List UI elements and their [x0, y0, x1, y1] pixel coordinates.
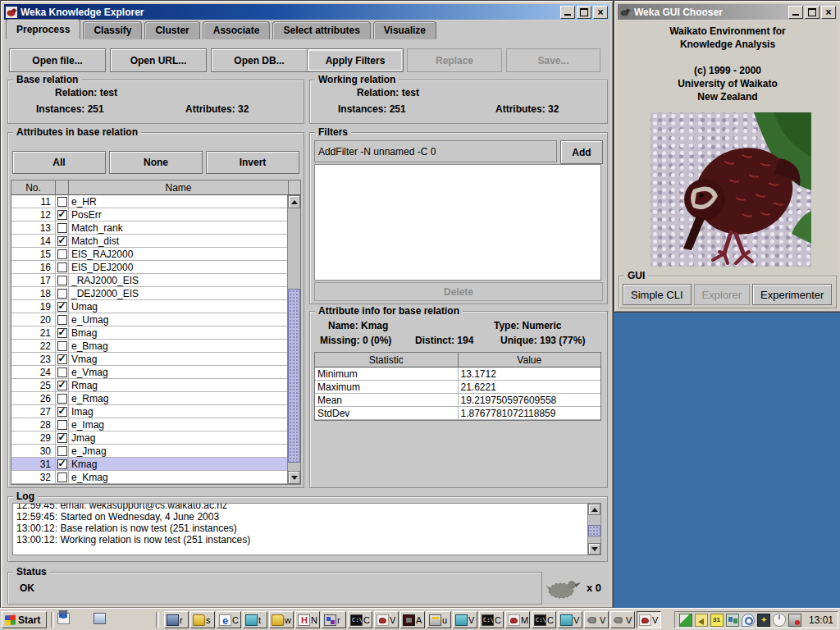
- tab[interactable]: Visualize: [373, 21, 436, 39]
- attribute-row[interactable]: 13 Match_rank: [11, 221, 289, 235]
- attribute-checkbox-cell[interactable]: [56, 326, 69, 339]
- attribute-checkbox[interactable]: [57, 368, 67, 377]
- tab[interactable]: Select attributes: [272, 21, 370, 39]
- task-button[interactable]: r: [164, 611, 189, 628]
- attribute-checkbox-cell[interactable]: [56, 458, 69, 470]
- attribute-row[interactable]: 31 Kmag: [11, 458, 289, 471]
- attribute-checkbox[interactable]: [57, 472, 67, 482]
- attribute-checkbox[interactable]: [57, 223, 67, 233]
- scrollbar-thumb[interactable]: [288, 289, 300, 463]
- column-header-name[interactable]: Name: [69, 180, 289, 194]
- task-button[interactable]: V: [558, 611, 582, 628]
- attribute-checkbox[interactable]: [57, 459, 67, 469]
- select-all-button[interactable]: All: [12, 151, 106, 174]
- attribute-checkbox[interactable]: [57, 315, 67, 325]
- attribute-checkbox[interactable]: [57, 420, 67, 430]
- attribute-checkbox-cell[interactable]: [56, 353, 69, 365]
- attribute-checkbox-cell[interactable]: [56, 418, 69, 431]
- attribute-row[interactable]: 32 e_Kmag: [11, 471, 289, 484]
- attribute-row[interactable]: 12 PosErr: [11, 208, 289, 221]
- attribute-checkbox[interactable]: [57, 236, 67, 246]
- task-button[interactable]: A: [400, 611, 425, 628]
- attribute-checkbox[interactable]: [57, 407, 67, 417]
- tab[interactable]: Cluster: [144, 21, 199, 39]
- task-button[interactable]: V: [610, 611, 635, 628]
- attribute-checkbox-cell[interactable]: [56, 221, 69, 234]
- tray-icon[interactable]: [726, 614, 739, 627]
- log-scrollbar[interactable]: [587, 504, 600, 555]
- attribute-checkbox[interactable]: [57, 249, 67, 259]
- attribute-checkbox[interactable]: [57, 276, 67, 285]
- save-button[interactable]: Save...: [506, 48, 600, 72]
- attribute-row[interactable]: 18 _DEJ2000_EIS: [11, 287, 289, 300]
- close-button[interactable]: ×: [593, 6, 608, 19]
- attribute-row[interactable]: 26 e_Rmag: [11, 392, 289, 405]
- maximize-button[interactable]: [577, 6, 591, 19]
- gui-launcher-button[interactable]: Experimenter: [752, 284, 832, 305]
- attribute-row[interactable]: 22 e_Bmag: [11, 340, 289, 353]
- task-button[interactable]: V: [637, 611, 661, 628]
- attribute-checkbox-cell[interactable]: [56, 445, 69, 457]
- delete-filter-button[interactable]: Delete: [314, 282, 603, 301]
- task-button[interactable]: C: [217, 611, 241, 628]
- task-button[interactable]: u: [427, 611, 451, 628]
- attribute-checkbox-cell[interactable]: [56, 431, 69, 444]
- minimize-button[interactable]: [560, 6, 575, 19]
- column-header-checkbox[interactable]: [56, 180, 69, 194]
- attribute-checkbox[interactable]: [57, 197, 67, 207]
- tray-icon[interactable]: [773, 614, 786, 627]
- attribute-row[interactable]: 23 Vmag: [11, 353, 289, 366]
- attribute-checkbox-cell[interactable]: [56, 405, 69, 418]
- replace-button[interactable]: Replace: [407, 48, 502, 72]
- chooser-maximize-button[interactable]: [805, 6, 819, 19]
- task-button[interactable]: C: [532, 611, 556, 628]
- task-button[interactable]: r: [322, 611, 346, 628]
- attribute-row[interactable]: 15 EIS_RAJ2000: [11, 248, 289, 261]
- task-button[interactable]: C: [479, 611, 504, 628]
- attribute-checkbox-cell[interactable]: [56, 261, 69, 273]
- tab[interactable]: Preprocess: [6, 19, 80, 39]
- status-bird-icon[interactable]: [546, 575, 582, 601]
- attributes-scrollbar[interactable]: [287, 195, 300, 484]
- task-button[interactable]: V: [584, 611, 609, 628]
- quick-launch-icon[interactable]: [94, 613, 106, 624]
- filters-list[interactable]: [314, 164, 601, 281]
- attribute-row[interactable]: 27 Imag: [11, 405, 289, 418]
- select-none-button[interactable]: None: [109, 151, 203, 174]
- gui-launcher-button[interactable]: Explorer: [694, 284, 750, 305]
- attribute-row[interactable]: 29 Jmag: [11, 431, 289, 445]
- tray-icon[interactable]: [757, 614, 770, 627]
- attribute-row[interactable]: 25 Rmag: [11, 379, 289, 392]
- chooser-minimize-button[interactable]: [788, 6, 803, 19]
- log-scroll-down-button[interactable]: [588, 543, 600, 555]
- task-button[interactable]: N: [295, 611, 320, 628]
- task-button[interactable]: w: [269, 611, 294, 628]
- open-db-button[interactable]: Open DB...: [211, 48, 308, 72]
- open-file-button[interactable]: Open file...: [9, 48, 106, 72]
- attribute-checkbox-cell[interactable]: [56, 392, 69, 404]
- log-box[interactable]: 12:59:45: email: wekasupport@cs.waikato.…: [12, 503, 601, 555]
- task-button[interactable]: t: [243, 611, 267, 628]
- attribute-checkbox[interactable]: [57, 354, 67, 364]
- attribute-checkbox[interactable]: [57, 210, 67, 220]
- task-button[interactable]: s: [190, 611, 215, 628]
- attribute-row[interactable]: 30 e_Jmag: [11, 445, 289, 458]
- chooser-titlebar[interactable]: Weka GUI Chooser ×: [618, 4, 838, 20]
- task-button[interactable]: C: [348, 611, 372, 628]
- open-url-button[interactable]: Open URL...: [110, 48, 207, 72]
- attribute-checkbox[interactable]: [57, 381, 67, 390]
- attribute-row[interactable]: 19 Umag: [11, 300, 289, 313]
- gui-launcher-button[interactable]: Simple CLI: [623, 284, 692, 305]
- invert-selection-button[interactable]: Invert: [206, 151, 299, 174]
- attribute-row[interactable]: 17 _RAJ2000_EIS: [11, 274, 289, 287]
- attribute-checkbox-cell[interactable]: [56, 195, 69, 208]
- attribute-row[interactable]: 21 Bmag: [11, 326, 289, 340]
- column-header-no[interactable]: No.: [11, 180, 56, 194]
- task-button[interactable]: V: [453, 611, 477, 628]
- tray-icon[interactable]: [710, 614, 724, 627]
- explorer-titlebar[interactable]: Weka Knowledge Explorer ×: [4, 4, 609, 20]
- attribute-checkbox[interactable]: [57, 262, 67, 272]
- tray-icon[interactable]: [742, 614, 755, 627]
- attribute-checkbox[interactable]: [57, 446, 67, 456]
- chooser-close-button[interactable]: ×: [821, 6, 836, 19]
